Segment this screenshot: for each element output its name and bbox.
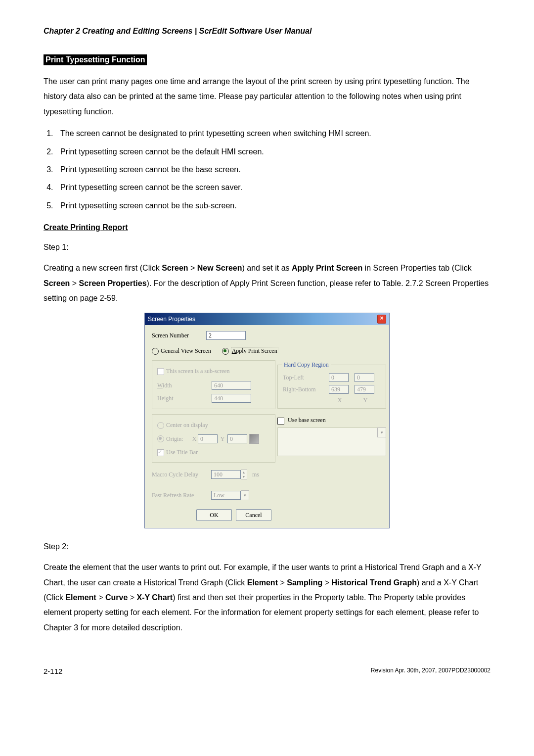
height-input: 440 (212, 394, 251, 403)
step2-text: Create the element that the user wants t… (44, 560, 490, 635)
base-screen-select[interactable]: ▾ (277, 427, 386, 456)
macro-delay-input: 100 (211, 470, 241, 479)
title-bar-checkbox (157, 449, 164, 456)
width-input: 640 (212, 381, 251, 390)
top-left-x-input: 0 (329, 373, 349, 382)
y-axis-label: Y (218, 435, 227, 443)
chapter-header: Chapter 2 Creating and Editing Screens |… (44, 27, 490, 36)
section-title: Print Typesetting Function (44, 54, 147, 65)
use-base-checkbox[interactable] (277, 418, 284, 425)
center-radio (157, 422, 164, 429)
step1-text: Creating a new screen first (Click Scree… (44, 261, 490, 306)
refresh-rate-select: Low (211, 491, 241, 500)
center-label: Center on display (166, 422, 208, 429)
origin-label: Origin: (166, 435, 191, 443)
hc-y-label: Y (355, 397, 376, 404)
origin-y-input: 0 (227, 434, 247, 443)
spinner-icon: ▲▼ (241, 470, 247, 479)
screen-number-input[interactable]: 2 (206, 331, 246, 340)
sub-screen-checkbox (157, 368, 164, 375)
apply-print-radio[interactable] (222, 348, 229, 355)
chevron-down-icon: ▾ (241, 490, 249, 500)
general-view-label: General View Screen (161, 347, 211, 355)
origin-x-input: 0 (198, 434, 218, 443)
note-item: Print typesetting screen cannot be the b… (55, 162, 490, 177)
top-left-label: Top-Left (283, 374, 325, 381)
revision-text: Revision Apr. 30th, 2007, 2007PDD2300000… (371, 667, 490, 675)
chevron-down-icon[interactable]: ▾ (377, 427, 386, 437)
step1-label: Step 1: (44, 243, 490, 252)
x-axis-label: X (191, 435, 198, 443)
page-number: 2-112 (44, 667, 62, 675)
dialog-title: Screen Properties (148, 316, 195, 323)
note-item: The screen cannot be designated to print… (55, 126, 490, 141)
right-bottom-label: Right-Bottom (283, 386, 325, 393)
right-bottom-y-input: 479 (355, 385, 374, 394)
height-label: Height (157, 395, 212, 402)
close-icon[interactable]: × (377, 315, 386, 324)
sub-screen-label: This screen is a sub-screen (166, 368, 230, 375)
step2-label: Step 2: (44, 542, 490, 551)
general-view-radio[interactable] (152, 348, 159, 355)
macro-delay-label: Macro Cycle Delay (152, 471, 211, 478)
origin-color-swatch[interactable] (249, 434, 259, 444)
width-label: Width (157, 382, 212, 389)
origin-radio (157, 435, 164, 442)
right-bottom-x-input: 639 (329, 385, 349, 394)
cancel-button[interactable]: Cancel (236, 509, 271, 521)
hardcopy-legend: Hard Copy Region (282, 361, 331, 369)
refresh-rate-label: Fast Refresh Rate (152, 492, 211, 499)
title-bar-label: Use Title Bar (166, 449, 198, 456)
screen-number-label: Screen Number (152, 332, 206, 339)
page-footer: 2-112 Revision Apr. 30th, 2007, 2007PDD2… (44, 667, 490, 675)
hc-x-label: X (329, 397, 351, 404)
screen-properties-dialog: Screen Properties × Screen Number 2 Gene… (144, 313, 390, 528)
subsection-title: Create Printing Report (44, 223, 490, 232)
dialog-titlebar[interactable]: Screen Properties × (145, 313, 389, 325)
use-base-label: Use base screen (288, 417, 326, 424)
top-left-y-input: 0 (355, 373, 374, 382)
ok-button[interactable]: OK (196, 509, 232, 521)
note-item: Print typesetting screen cannot be the s… (55, 180, 490, 195)
notes-list: The screen cannot be designated to print… (44, 126, 490, 213)
apply-print-label: Apply Print Screen (231, 347, 278, 355)
note-item: Print typesetting screen cannot be the d… (55, 144, 490, 159)
macro-unit-label: ms (252, 471, 259, 478)
intro-paragraph: The user can print many pages one time a… (44, 74, 490, 119)
note-item: Print typesetting screen cannot be the s… (55, 198, 490, 213)
